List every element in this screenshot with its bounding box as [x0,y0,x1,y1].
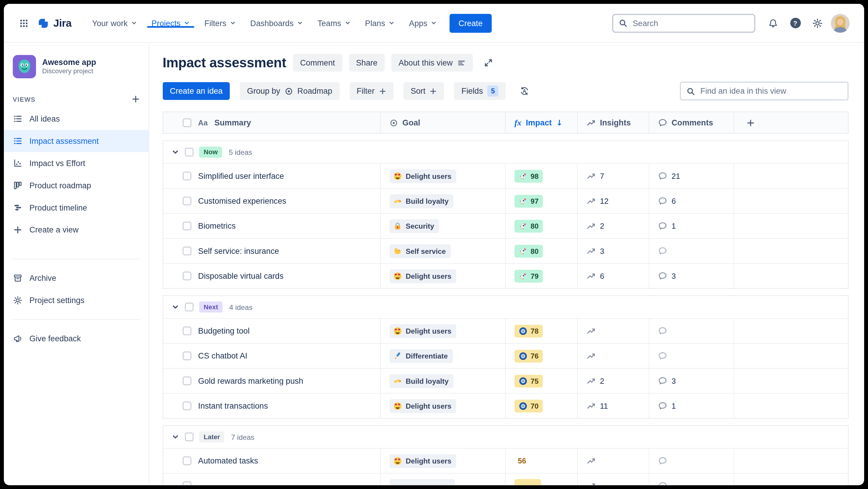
settings-button[interactable] [809,14,827,32]
row-checkbox[interactable] [183,456,191,465]
table-row[interactable]: Gold rewards marketing push Build loyalt… [163,368,848,393]
about-this-view-button[interactable]: About this view [391,54,472,72]
impact-score[interactable]: 78 [514,325,543,337]
impact-score[interactable]: 97 [514,194,543,207]
impact-score[interactable]: 80 [514,219,543,232]
sidebar-item-impact-assessment[interactable]: Impact assessment [4,130,149,152]
idea-summary[interactable]: CS chatbot AI [198,352,247,360]
group-checkbox[interactable] [185,148,193,157]
row-checkbox[interactable] [183,352,191,360]
nav-item-apps[interactable]: Apps [402,19,444,28]
select-all-checkbox[interactable] [183,118,191,127]
idea-summary[interactable]: Self service: insurance [198,246,279,255]
add-view-icon[interactable] [132,95,140,103]
idea-summary[interactable]: Gold rewards marketing push [198,376,303,385]
global-search[interactable] [612,13,755,33]
goal-chip[interactable]: Differentiate [390,349,453,363]
sidebar-item-all-ideas[interactable]: All ideas [4,108,149,130]
table-row[interactable]: Budgeting tool Delight users 78 [163,318,848,343]
help-button[interactable]: ? [786,14,804,32]
summary-column-header[interactable]: Aa Summary [163,112,381,133]
comments-column-header[interactable]: Comments [649,112,734,133]
impact-score[interactable]: 76 [514,349,543,362]
row-checkbox[interactable] [183,246,191,255]
nav-item-your-work[interactable]: Your work [85,19,144,28]
sidebar-item-give-feedback[interactable]: Give feedback [4,328,149,350]
group-by-button[interactable]: Group by Roadmap [240,82,339,100]
row-checkbox[interactable] [183,481,191,485]
create-an-idea-button[interactable]: Create an idea [163,82,230,100]
nav-item-teams[interactable]: Teams [310,19,358,28]
sidebar-item-project-settings[interactable]: Project settings [4,289,149,311]
sidebar-item-product-timeline[interactable]: Product timeline [4,196,149,219]
nav-item-projects[interactable]: Projects [144,19,197,28]
group-header-row[interactable]: Later 7 ideas [163,426,848,448]
sort-button[interactable]: Sort [403,82,444,100]
table-row[interactable]: Simplified user interface Delight users … [163,163,848,188]
notifications-button[interactable] [764,14,782,32]
nav-item-plans[interactable]: Plans [358,19,402,28]
goal-chip[interactable]: Self service [390,244,451,258]
table-row[interactable]: Disposable virtual cards Delight users 7… [163,263,848,288]
sidebar-item-create-a-view[interactable]: Create a view [4,219,149,241]
impact-score[interactable]: 80 [514,245,543,257]
auto-sort-button[interactable] [516,82,534,100]
nav-item-filters[interactable]: Filters [197,19,243,28]
idea-summary[interactable]: Automated tasks [198,456,258,465]
insights-column-header[interactable]: Insights [578,112,650,133]
sidebar-item-archive[interactable]: Archive [4,267,149,289]
table-row[interactable]: Customised experiences Build loyalty 97 … [163,188,848,213]
table-row[interactable]: Automated tasks Delight users 56 [163,448,848,473]
goal-column-header[interactable]: Goal [381,112,505,133]
impact-score[interactable]: 98 [514,170,543,182]
chevron-down-icon[interactable] [172,148,179,156]
add-column-header[interactable] [734,112,848,133]
goal-chip[interactable]: Delight users [390,324,456,338]
row-checkbox[interactable] [183,327,191,335]
row-checkbox[interactable] [183,271,191,280]
find-idea-search[interactable] [680,82,848,100]
impact-score[interactable]: 70 [514,399,543,412]
row-checkbox[interactable] [183,196,191,206]
idea-summary[interactable]: Customised experiences [198,196,286,206]
filter-button[interactable]: Filter [349,82,393,100]
fields-button[interactable]: Fields5 [454,82,506,100]
app-switcher-button[interactable] [15,14,33,32]
idea-summary[interactable]: Biometrics [198,221,236,231]
fullscreen-button[interactable] [479,54,497,72]
nav-item-dashboards[interactable]: Dashboards [243,19,310,28]
idea-summary[interactable]: Instant transactions [198,401,268,410]
group-checkbox[interactable] [185,303,193,311]
find-idea-input[interactable] [699,86,842,96]
share-button[interactable]: Share [349,54,385,72]
goal-chip[interactable]: Delight users [390,399,456,413]
impact-score[interactable]: 79 [514,270,543,282]
goal-chip[interactable]: Security [390,219,439,233]
idea-summary[interactable]: Simplified user interface [198,172,284,180]
impact-column-header[interactable]: fx Impact ↓ [505,112,578,133]
goal-chip[interactable]: Delight users [390,269,456,283]
chevron-down-icon[interactable] [172,433,179,441]
table-row[interactable]: Instant transactions Delight users 70 11… [163,393,848,418]
row-checkbox[interactable] [183,172,191,180]
comment-button[interactable]: Comment [293,54,342,72]
user-avatar[interactable] [831,13,850,33]
table-row[interactable]: CS chatbot AI Differentiate 76 [163,343,848,368]
row-checkbox[interactable] [183,221,191,231]
sidebar-item-product-roadmap[interactable]: Product roadmap [4,174,149,196]
idea-summary[interactable]: Budgeting tool [198,327,250,335]
sidebar-item-impact-vs-effort[interactable]: Impact vs Effort [4,152,149,174]
impact-score[interactable]: 56 [514,457,526,465]
goal-chip[interactable]: Delight users [390,454,456,468]
impact-score[interactable]: 75 [514,374,543,387]
row-checkbox[interactable] [183,401,191,410]
row-checkbox[interactable] [183,376,191,385]
goal-chip[interactable]: Build loyalty [390,194,454,208]
table-row[interactable]: Self service: insurance Self service 80 … [163,238,848,263]
group-header-row[interactable]: Next 4 ideas [163,296,848,318]
goal-chip[interactable]: Delight users [390,169,456,183]
group-checkbox[interactable] [185,432,193,441]
goal-chip[interactable]: Build loyalty [390,374,454,388]
global-search-input[interactable] [631,18,748,28]
idea-summary[interactable]: Disposable virtual cards [198,271,283,280]
